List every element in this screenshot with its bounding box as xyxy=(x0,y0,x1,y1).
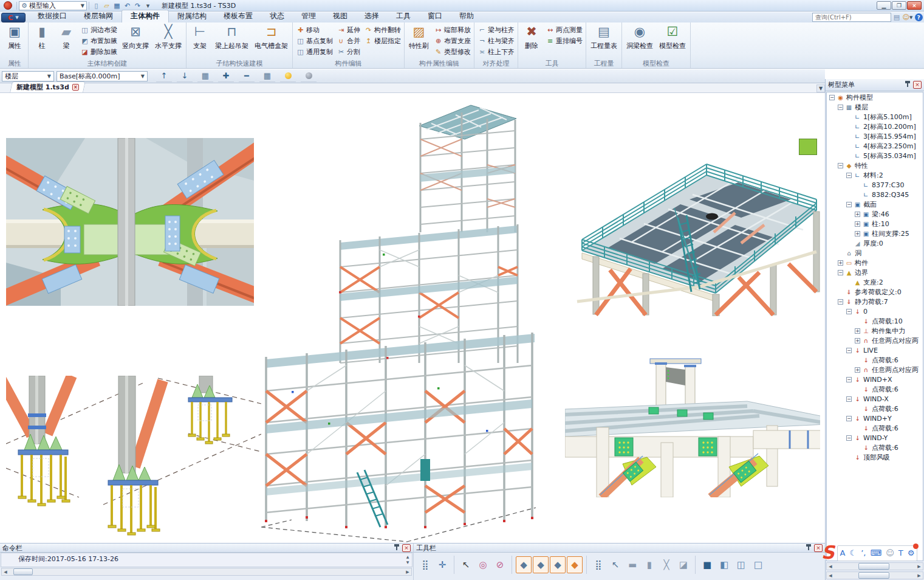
ribbon-button[interactable]: ↦端部释放 xyxy=(434,24,471,35)
expand-icon[interactable]: + xyxy=(855,221,860,227)
slab-select-button[interactable]: ◪ xyxy=(676,556,691,573)
ribbon-button[interactable]: ◫通用复制 xyxy=(296,46,333,57)
collapse-icon[interactable]: − xyxy=(846,309,852,314)
select-cursor-button[interactable]: ↖ xyxy=(458,556,474,573)
ribbon-button[interactable]: ✚移动 xyxy=(296,24,333,35)
tab-scroll-button[interactable]: ▼ xyxy=(816,85,825,92)
tools-wrench-button[interactable]: ⚙ xyxy=(908,549,915,558)
ribbon-button[interactable]: ⌐梁与柱齐 xyxy=(477,24,515,35)
ribbon-button[interactable]: ✎类型修改 xyxy=(434,46,471,57)
document-tab[interactable]: 新建模型 1.ts3d × xyxy=(10,81,86,92)
tree-item[interactable]: −◆特性 xyxy=(827,161,923,170)
menu-tab-9[interactable]: 选择 xyxy=(356,10,388,22)
ribbon-button[interactable]: ☑模型检查 xyxy=(656,23,689,59)
tree-item[interactable]: ↓点荷载:6 xyxy=(827,384,923,394)
ribbon-button[interactable]: ◉洞梁检查 xyxy=(623,23,656,59)
tree-item[interactable]: ↓顶部风吸 xyxy=(827,452,923,462)
grid-select-button[interactable]: ⣿ xyxy=(590,556,606,573)
ribbon-button[interactable]: ↷构件翻转 xyxy=(364,24,401,35)
menu-tab-11[interactable]: 窗口 xyxy=(419,10,451,22)
pin-icon[interactable] xyxy=(903,81,912,89)
ribbon-button[interactable]: ✂分割 xyxy=(337,46,360,57)
tree-item[interactable]: −▲边界 xyxy=(827,268,923,277)
ribbon-button[interactable]: ⊠竖向支撑 xyxy=(119,23,152,59)
ribbon-button[interactable]: ◫洞边布梁 xyxy=(80,24,117,35)
platform-top-view[interactable] xyxy=(559,140,820,316)
tree-item[interactable]: ∟5[标高35.034m] xyxy=(827,151,923,161)
panel-hscrollbar[interactable]: ◀ ▶ xyxy=(826,571,923,579)
ribbon-button[interactable]: ≍柱上下齐 xyxy=(477,46,515,57)
tree-item[interactable]: ∟8382:Q345 xyxy=(827,190,923,199)
tree-item[interactable]: −▣截面 xyxy=(827,199,923,209)
column-select-button[interactable]: ▮ xyxy=(642,556,657,573)
tree-item[interactable]: ∟2[标高10.200m] xyxy=(827,122,923,131)
pin-icon[interactable] xyxy=(804,544,813,552)
help-icon[interactable]: ? xyxy=(913,13,924,22)
expand-icon[interactable]: + xyxy=(838,260,843,266)
minimize-button[interactable]: ▁ xyxy=(877,1,891,10)
tree-item[interactable]: ↓点荷载:6 xyxy=(827,355,923,365)
tree-item[interactable]: +▭构件 xyxy=(827,258,923,268)
tree-item[interactable]: +▣梁:46 xyxy=(827,209,923,219)
tree-hscrollbar[interactable]: ◀ ▶ xyxy=(826,562,923,570)
new-file-button[interactable]: ▯ xyxy=(91,1,101,10)
ribbon-button[interactable]: ≡重排编号 xyxy=(546,35,583,46)
tree-item[interactable]: ↓点荷载:10 xyxy=(827,316,923,326)
tree-item[interactable]: ∟1[标高5.100m] xyxy=(827,112,923,122)
view-shade-button[interactable]: □ xyxy=(750,556,766,573)
tree-item[interactable]: −▦楼层 xyxy=(827,102,923,112)
save-button[interactable]: ▦ xyxy=(112,1,122,10)
main-structure-view[interactable] xyxy=(255,102,553,543)
node-select-1-button[interactable]: ◆ xyxy=(516,556,532,573)
expand-icon[interactable]: + xyxy=(855,367,860,373)
snap-grid-button[interactable]: ⣿ xyxy=(417,556,433,573)
point-select-button[interactable]: ↖ xyxy=(607,556,623,573)
ribbon-button[interactable]: ◩布置加腋 xyxy=(80,35,117,46)
tree-item[interactable]: −↓LIVE xyxy=(827,345,923,355)
tree-item[interactable]: −⇓静力荷载:7 xyxy=(827,297,923,306)
punctuation-button[interactable]: ’, xyxy=(861,549,866,558)
tree-item[interactable]: ⇓参考荷载定义:0 xyxy=(827,287,923,297)
tree-item[interactable]: +∩任意两点对应两 xyxy=(827,336,923,345)
menu-tab-10[interactable]: 工具 xyxy=(388,10,419,22)
tree-item[interactable]: +∩任意两点对应两 xyxy=(827,365,923,375)
tree-item[interactable]: ∟3[标高15.954m] xyxy=(827,131,923,141)
node-select-4-button[interactable]: ◆ xyxy=(567,556,583,573)
tree-item[interactable]: ↓点荷载:6 xyxy=(827,443,923,452)
tree-item[interactable]: −↓0 xyxy=(827,306,923,316)
expand-icon[interactable]: + xyxy=(855,328,860,334)
wardrobe-button[interactable]: T xyxy=(898,549,903,558)
tree-item[interactable]: ↓点荷载:6 xyxy=(827,404,923,413)
menu-tab-8[interactable]: 视图 xyxy=(324,10,356,22)
menu-tab-3[interactable]: 主体构件 xyxy=(121,10,169,22)
account-button[interactable]: ☺ xyxy=(886,549,894,558)
menu-tab-6[interactable]: 状态 xyxy=(261,10,293,22)
ribbon-button[interactable]: ⊐电气槽盒架 xyxy=(252,23,291,59)
customize-button[interactable]: ▾ xyxy=(143,1,153,10)
tree-item[interactable]: ∟4[标高23.250m] xyxy=(827,141,923,151)
sogou-logo-icon[interactable]: S xyxy=(821,544,840,563)
menu-tab-12[interactable]: 帮助 xyxy=(451,10,482,22)
tree-item[interactable]: ⌂洞 xyxy=(827,248,923,258)
ribbon-button[interactable]: ▣属性 xyxy=(2,23,27,59)
panel-close-icon[interactable]: × xyxy=(402,544,411,552)
collapse-icon[interactable]: − xyxy=(846,416,852,421)
collapse-icon[interactable]: − xyxy=(838,163,843,168)
tree-item[interactable]: +▣柱间支撑:25 xyxy=(827,229,923,238)
view-solid-button[interactable]: ■ xyxy=(699,556,715,573)
collapse-icon[interactable]: − xyxy=(846,435,852,441)
beam-select-button[interactable]: ▬ xyxy=(625,556,640,573)
floor-edit-button[interactable]: ▦ xyxy=(197,71,213,82)
collapse-icon[interactable]: − xyxy=(846,348,852,353)
remove-button[interactable]: ━ xyxy=(239,71,255,82)
node-select-2-button[interactable]: ◆ xyxy=(533,556,549,573)
scroll-right-icon[interactable]: ▶ xyxy=(404,570,411,575)
node-select-3-button[interactable]: ◆ xyxy=(550,556,566,573)
ribbon-button[interactable]: ◪删除加腋 xyxy=(80,46,117,57)
collapse-icon[interactable]: − xyxy=(846,396,852,402)
scroll-left-icon[interactable]: ◀ xyxy=(2,570,9,575)
application-menu-button[interactable]: C▼ xyxy=(1,13,26,22)
undo-button[interactable]: ↶ xyxy=(122,1,132,10)
ribbon-button[interactable]: ∪合并 xyxy=(337,35,360,46)
ribbon-button[interactable]: ▰梁 xyxy=(54,23,78,59)
